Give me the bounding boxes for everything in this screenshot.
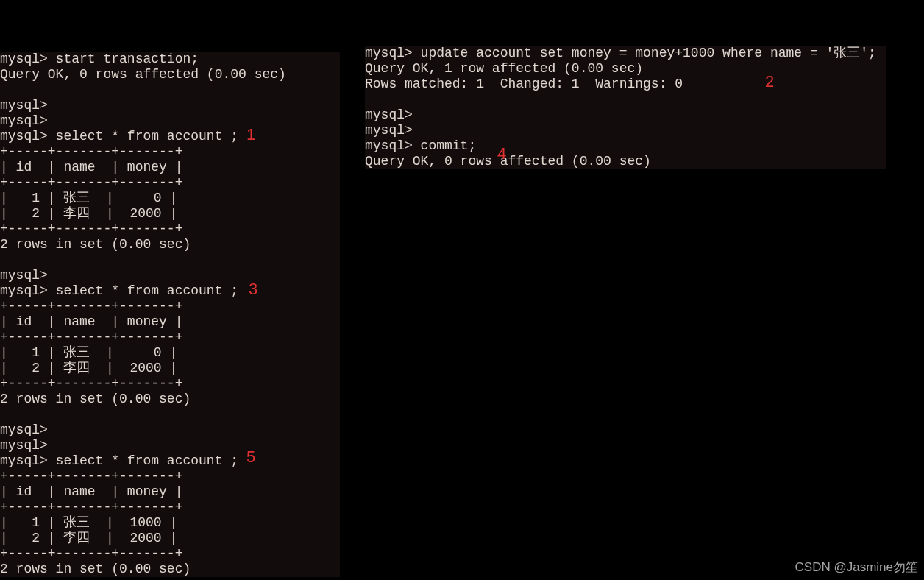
annotation-3: 3 xyxy=(249,280,257,299)
annotation-4: 4 xyxy=(497,144,506,163)
watermark-text: CSDN @Jasmine勿笙 xyxy=(795,559,918,576)
right-terminal: mysql> update account set money = money+… xyxy=(365,46,886,169)
annotation-5: 5 xyxy=(246,448,255,467)
annotation-1: 1 xyxy=(246,125,255,144)
left-terminal: mysql> start transaction; Query OK, 0 ro… xyxy=(0,52,340,577)
annotation-2: 2 xyxy=(765,72,774,91)
